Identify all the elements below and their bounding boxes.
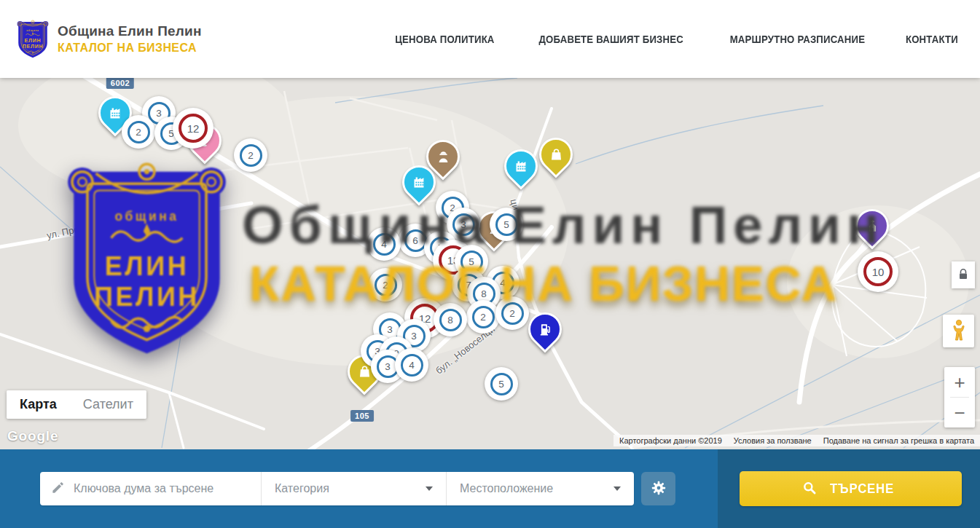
main-nav: ЦЕНОВА ПОЛИТИКАДОБАВЕТЕ ВАШИЯТ БИЗНЕСМАР… <box>388 33 962 45</box>
category-select-value: Категория <box>275 482 329 495</box>
site-title: Община Елин Пелин <box>58 23 202 39</box>
cluster-marker[interactable]: 2 <box>234 138 267 172</box>
map-type-satellite-button[interactable]: Сателит <box>70 390 146 419</box>
search-button-label: ТЪРСЕНЕ <box>830 481 894 497</box>
page: Община Елин Пелин КАТАЛОГ НА БИЗНЕСА ЦЕН… <box>0 0 980 528</box>
zoom-out-button[interactable]: − <box>944 398 975 427</box>
cluster-marker[interactable]: 12 <box>173 108 213 149</box>
cluster-layer: 325122235647135274822128333834510 <box>0 78 980 449</box>
gear-icon <box>651 480 667 498</box>
pegman-button[interactable] <box>943 315 974 347</box>
lock-icon <box>958 268 968 283</box>
map-type-map-button[interactable]: Карта <box>7 390 70 419</box>
map-canvas[interactable]: 6002105ул. Преславбул. „Новоселци“ци“ 32… <box>0 78 980 449</box>
pegman-icon <box>951 318 967 344</box>
logo-text: Община Елин Пелин КАТАЛОГ НА БИЗНЕСА <box>58 23 202 55</box>
cluster-marker[interactable]: 2 <box>122 115 155 149</box>
cluster-marker[interactable]: 5 <box>490 208 523 241</box>
cluster-marker[interactable]: 8 <box>434 303 467 336</box>
google-logo[interactable]: Google <box>7 428 58 444</box>
site-header: Община Елин Пелин КАТАЛОГ НА БИЗНЕСА ЦЕН… <box>0 0 980 78</box>
settings-button[interactable] <box>641 472 675 505</box>
nav-item-contacts[interactable]: КОНТАКТИ <box>902 33 962 45</box>
cluster-marker[interactable]: 2 <box>466 300 500 334</box>
cluster-marker[interactable]: 5 <box>485 367 518 401</box>
chevron-down-icon <box>426 486 433 491</box>
search-fields: Категория Местоположение <box>40 472 634 505</box>
nav-item-pricing-policy[interactable]: ЦЕНОВА ПОЛИТИКА <box>388 33 501 45</box>
map-type-control: Карта Сателит <box>7 390 146 419</box>
street-view-lock-button[interactable] <box>952 261 975 288</box>
municipality-crest-icon <box>16 19 50 60</box>
pencil-icon <box>51 481 65 497</box>
nav-item-route-schedule[interactable]: МАРШРУТНО РАЗПИСАНИЕ <box>721 33 874 45</box>
cluster-marker[interactable]: 10 <box>858 251 898 292</box>
cluster-marker[interactable]: 4 <box>395 348 428 382</box>
search-icon <box>802 481 817 497</box>
cluster-marker[interactable]: 2 <box>369 268 402 302</box>
site-logo[interactable]: Община Елин Пелин КАТАЛОГ НА БИЗНЕСА <box>16 19 202 60</box>
location-select[interactable]: Местоположение <box>446 472 634 505</box>
category-select[interactable]: Категория <box>261 472 446 505</box>
zoom-in-button[interactable]: + <box>944 367 975 397</box>
search-button[interactable]: ТЪРСЕНЕ <box>740 471 962 506</box>
nav-item-add-business[interactable]: ДОБАВЕТЕ ВАШИЯТ БИЗНЕС <box>529 33 693 45</box>
site-subtitle: КАТАЛОГ НА БИЗНЕСА <box>58 42 202 55</box>
attribution-text: Картографски данни ©2019 <box>619 436 722 445</box>
attribution-link[interactable]: Условия за ползване <box>734 436 812 445</box>
cluster-marker[interactable]: 4 <box>367 227 401 261</box>
zoom-control: + − <box>944 367 975 427</box>
map-attribution: Картографски данни ©2019Условия за ползв… <box>614 435 980 446</box>
search-bar: Категория Местоположение ТЪРСЕНЕ <box>0 449 980 528</box>
location-select-value: Местоположение <box>460 482 553 495</box>
keyword-input[interactable] <box>72 481 261 496</box>
cluster-marker[interactable]: 2 <box>495 296 529 330</box>
attribution-link[interactable]: Подаване на сигнал за грешка в картата <box>823 436 974 445</box>
chevron-down-icon <box>614 486 621 491</box>
keyword-field[interactable] <box>40 472 261 505</box>
